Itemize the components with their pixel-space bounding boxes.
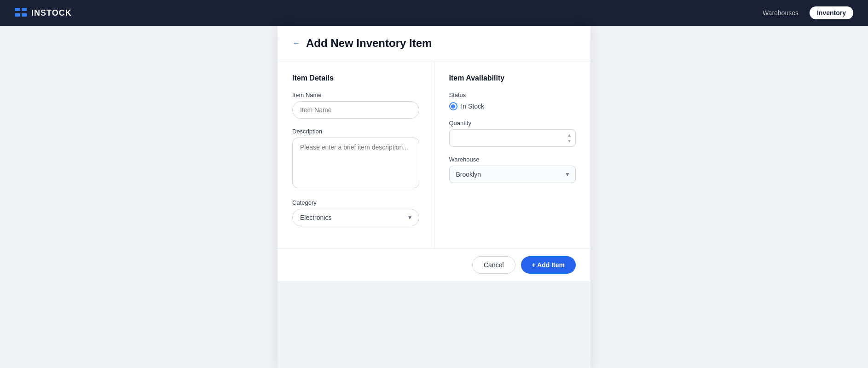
quantity-decrement[interactable]: ▼ [567, 138, 572, 144]
modal: ← Add New Inventory Item Item Details It… [278, 26, 590, 368]
warehouse-group: Warehouse Brooklyn Manhattan Queens Bron… [449, 156, 576, 183]
brand-name: INSTOCK [31, 8, 72, 18]
quantity-label: Quantity [449, 120, 576, 126]
status-group: Status In Stock [449, 92, 576, 110]
availability-title: Item Availability [449, 74, 576, 82]
description-input[interactable] [292, 138, 419, 188]
nav-links: Warehouses Inventory [755, 6, 853, 19]
warehouse-select-wrapper: Brooklyn Manhattan Queens Bronx ▼ [449, 166, 576, 183]
brand: INSTOCK [15, 8, 72, 18]
page-header: ← Add New Inventory Item [278, 26, 590, 61]
form-body: Item Details Item Name Description Categ… [278, 61, 590, 248]
add-item-button[interactable]: + Add Item [521, 256, 576, 274]
warehouse-select[interactable]: Brooklyn Manhattan Queens Bronx [449, 166, 576, 183]
page-title: Add New Inventory Item [306, 37, 432, 50]
quantity-spinners: ▲ ▼ [567, 132, 572, 144]
quantity-input[interactable] [449, 129, 576, 147]
navbar: INSTOCK Warehouses Inventory [0, 0, 868, 26]
item-details-title: Item Details [292, 74, 419, 82]
back-button[interactable]: ← [292, 39, 301, 48]
cancel-button[interactable]: Cancel [472, 256, 515, 274]
item-name-group: Item Name [292, 92, 419, 119]
item-details-section: Item Details Item Name Description Categ… [278, 61, 434, 248]
category-label: Category [292, 199, 419, 206]
in-stock-label: In Stock [461, 103, 485, 110]
radio-dot-inner [451, 104, 455, 109]
quantity-group: Quantity ▲ ▼ [449, 120, 576, 147]
item-availability-section: Item Availability Status In Stock Quanti… [434, 61, 591, 248]
quantity-increment[interactable]: ▲ [567, 132, 572, 138]
category-select[interactable]: Electronics Clothing Food Tools Other [292, 209, 419, 226]
category-group: Category Electronics Clothing Food Tools… [292, 199, 419, 226]
description-label: Description [292, 128, 419, 135]
category-select-wrapper: Electronics Clothing Food Tools Other ▼ [292, 209, 419, 226]
in-stock-radio[interactable] [449, 102, 457, 110]
item-name-label: Item Name [292, 92, 419, 98]
nav-warehouses[interactable]: Warehouses [755, 6, 806, 19]
warehouse-label: Warehouse [449, 156, 576, 163]
quantity-wrapper: ▲ ▼ [449, 129, 576, 147]
description-group: Description [292, 128, 419, 190]
form-footer: Cancel + Add Item [278, 248, 590, 281]
status-radio-row[interactable]: In Stock [449, 102, 576, 110]
item-name-input[interactable] [292, 101, 419, 119]
nav-inventory[interactable]: Inventory [810, 6, 853, 19]
brand-icon [15, 8, 28, 18]
page-wrapper: ← Add New Inventory Item Item Details It… [0, 26, 868, 368]
status-label: Status [449, 92, 576, 98]
